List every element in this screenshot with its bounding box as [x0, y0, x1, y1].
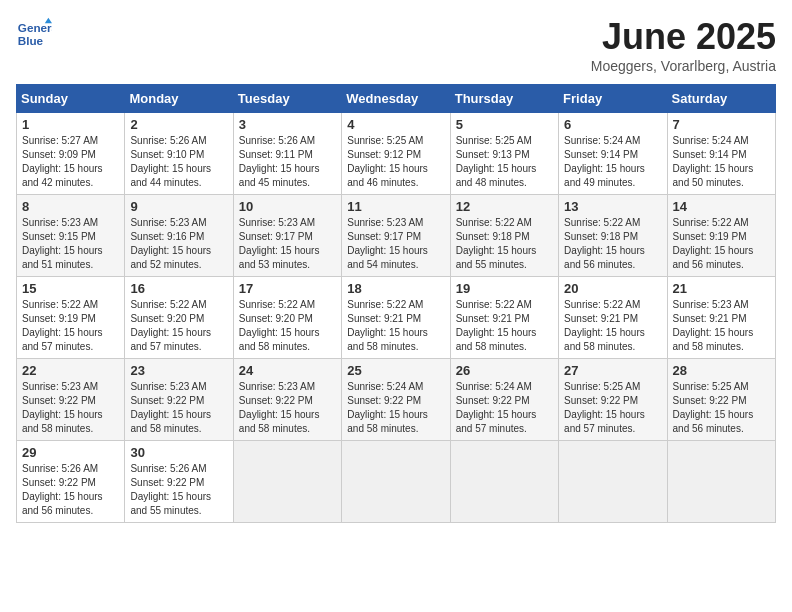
calendar-cell [559, 441, 667, 523]
day-number: 25 [347, 363, 444, 378]
day-number: 5 [456, 117, 553, 132]
weekday-header-wednesday: Wednesday [342, 85, 450, 113]
day-info: Sunrise: 5:24 AM Sunset: 9:14 PM Dayligh… [564, 134, 661, 190]
calendar-cell: 27Sunrise: 5:25 AM Sunset: 9:22 PM Dayli… [559, 359, 667, 441]
calendar-title: June 2025 [591, 16, 776, 58]
day-info: Sunrise: 5:26 AM Sunset: 9:10 PM Dayligh… [130, 134, 227, 190]
weekday-header-tuesday: Tuesday [233, 85, 341, 113]
day-number: 15 [22, 281, 119, 296]
day-info: Sunrise: 5:24 AM Sunset: 9:14 PM Dayligh… [673, 134, 770, 190]
calendar-cell: 5Sunrise: 5:25 AM Sunset: 9:13 PM Daylig… [450, 113, 558, 195]
day-number: 13 [564, 199, 661, 214]
day-number: 9 [130, 199, 227, 214]
day-info: Sunrise: 5:26 AM Sunset: 9:22 PM Dayligh… [22, 462, 119, 518]
day-number: 27 [564, 363, 661, 378]
weekday-header-friday: Friday [559, 85, 667, 113]
calendar-cell: 23Sunrise: 5:23 AM Sunset: 9:22 PM Dayli… [125, 359, 233, 441]
week-row-5: 29Sunrise: 5:26 AM Sunset: 9:22 PM Dayli… [17, 441, 776, 523]
day-info: Sunrise: 5:22 AM Sunset: 9:19 PM Dayligh… [673, 216, 770, 272]
weekday-header-thursday: Thursday [450, 85, 558, 113]
day-number: 14 [673, 199, 770, 214]
calendar-cell [667, 441, 775, 523]
day-number: 10 [239, 199, 336, 214]
day-number: 18 [347, 281, 444, 296]
calendar-cell [342, 441, 450, 523]
calendar-cell: 6Sunrise: 5:24 AM Sunset: 9:14 PM Daylig… [559, 113, 667, 195]
day-info: Sunrise: 5:23 AM Sunset: 9:21 PM Dayligh… [673, 298, 770, 354]
calendar-table: SundayMondayTuesdayWednesdayThursdayFrid… [16, 84, 776, 523]
calendar-cell: 7Sunrise: 5:24 AM Sunset: 9:14 PM Daylig… [667, 113, 775, 195]
calendar-cell: 20Sunrise: 5:22 AM Sunset: 9:21 PM Dayli… [559, 277, 667, 359]
day-number: 8 [22, 199, 119, 214]
calendar-cell: 16Sunrise: 5:22 AM Sunset: 9:20 PM Dayli… [125, 277, 233, 359]
calendar-subtitle: Moeggers, Vorarlberg, Austria [591, 58, 776, 74]
day-info: Sunrise: 5:23 AM Sunset: 9:16 PM Dayligh… [130, 216, 227, 272]
day-number: 30 [130, 445, 227, 460]
day-number: 23 [130, 363, 227, 378]
calendar-cell: 19Sunrise: 5:22 AM Sunset: 9:21 PM Dayli… [450, 277, 558, 359]
calendar-cell: 24Sunrise: 5:23 AM Sunset: 9:22 PM Dayli… [233, 359, 341, 441]
day-number: 17 [239, 281, 336, 296]
day-number: 11 [347, 199, 444, 214]
day-number: 7 [673, 117, 770, 132]
calendar-cell: 1Sunrise: 5:27 AM Sunset: 9:09 PM Daylig… [17, 113, 125, 195]
day-info: Sunrise: 5:27 AM Sunset: 9:09 PM Dayligh… [22, 134, 119, 190]
day-number: 24 [239, 363, 336, 378]
day-info: Sunrise: 5:24 AM Sunset: 9:22 PM Dayligh… [347, 380, 444, 436]
calendar-cell: 17Sunrise: 5:22 AM Sunset: 9:20 PM Dayli… [233, 277, 341, 359]
day-number: 16 [130, 281, 227, 296]
week-row-3: 15Sunrise: 5:22 AM Sunset: 9:19 PM Dayli… [17, 277, 776, 359]
calendar-cell: 2Sunrise: 5:26 AM Sunset: 9:10 PM Daylig… [125, 113, 233, 195]
logo: General Blue [16, 16, 52, 52]
day-info: Sunrise: 5:23 AM Sunset: 9:15 PM Dayligh… [22, 216, 119, 272]
title-area: June 2025 Moeggers, Vorarlberg, Austria [591, 16, 776, 74]
day-number: 6 [564, 117, 661, 132]
calendar-cell: 30Sunrise: 5:26 AM Sunset: 9:22 PM Dayli… [125, 441, 233, 523]
calendar-cell: 25Sunrise: 5:24 AM Sunset: 9:22 PM Dayli… [342, 359, 450, 441]
day-number: 4 [347, 117, 444, 132]
calendar-cell: 9Sunrise: 5:23 AM Sunset: 9:16 PM Daylig… [125, 195, 233, 277]
calendar-cell: 3Sunrise: 5:26 AM Sunset: 9:11 PM Daylig… [233, 113, 341, 195]
calendar-cell: 22Sunrise: 5:23 AM Sunset: 9:22 PM Dayli… [17, 359, 125, 441]
day-number: 1 [22, 117, 119, 132]
week-row-2: 8Sunrise: 5:23 AM Sunset: 9:15 PM Daylig… [17, 195, 776, 277]
day-number: 19 [456, 281, 553, 296]
calendar-cell: 21Sunrise: 5:23 AM Sunset: 9:21 PM Dayli… [667, 277, 775, 359]
calendar-cell: 10Sunrise: 5:23 AM Sunset: 9:17 PM Dayli… [233, 195, 341, 277]
day-number: 26 [456, 363, 553, 378]
calendar-cell [233, 441, 341, 523]
day-info: Sunrise: 5:24 AM Sunset: 9:22 PM Dayligh… [456, 380, 553, 436]
calendar-cell: 12Sunrise: 5:22 AM Sunset: 9:18 PM Dayli… [450, 195, 558, 277]
day-info: Sunrise: 5:22 AM Sunset: 9:21 PM Dayligh… [456, 298, 553, 354]
calendar-cell: 4Sunrise: 5:25 AM Sunset: 9:12 PM Daylig… [342, 113, 450, 195]
day-info: Sunrise: 5:22 AM Sunset: 9:18 PM Dayligh… [564, 216, 661, 272]
day-number: 21 [673, 281, 770, 296]
day-info: Sunrise: 5:26 AM Sunset: 9:22 PM Dayligh… [130, 462, 227, 518]
day-info: Sunrise: 5:25 AM Sunset: 9:22 PM Dayligh… [673, 380, 770, 436]
day-info: Sunrise: 5:25 AM Sunset: 9:13 PM Dayligh… [456, 134, 553, 190]
week-row-1: 1Sunrise: 5:27 AM Sunset: 9:09 PM Daylig… [17, 113, 776, 195]
day-info: Sunrise: 5:25 AM Sunset: 9:12 PM Dayligh… [347, 134, 444, 190]
day-number: 2 [130, 117, 227, 132]
day-info: Sunrise: 5:22 AM Sunset: 9:21 PM Dayligh… [347, 298, 444, 354]
day-number: 3 [239, 117, 336, 132]
weekday-header-row: SundayMondayTuesdayWednesdayThursdayFrid… [17, 85, 776, 113]
day-number: 22 [22, 363, 119, 378]
calendar-cell: 11Sunrise: 5:23 AM Sunset: 9:17 PM Dayli… [342, 195, 450, 277]
calendar-cell: 14Sunrise: 5:22 AM Sunset: 9:19 PM Dayli… [667, 195, 775, 277]
weekday-header-monday: Monday [125, 85, 233, 113]
day-info: Sunrise: 5:22 AM Sunset: 9:19 PM Dayligh… [22, 298, 119, 354]
logo-icon: General Blue [16, 16, 52, 52]
day-info: Sunrise: 5:23 AM Sunset: 9:17 PM Dayligh… [347, 216, 444, 272]
calendar-cell: 28Sunrise: 5:25 AM Sunset: 9:22 PM Dayli… [667, 359, 775, 441]
day-info: Sunrise: 5:22 AM Sunset: 9:20 PM Dayligh… [130, 298, 227, 354]
day-info: Sunrise: 5:23 AM Sunset: 9:22 PM Dayligh… [239, 380, 336, 436]
calendar-cell: 18Sunrise: 5:22 AM Sunset: 9:21 PM Dayli… [342, 277, 450, 359]
week-row-4: 22Sunrise: 5:23 AM Sunset: 9:22 PM Dayli… [17, 359, 776, 441]
weekday-header-sunday: Sunday [17, 85, 125, 113]
calendar-cell: 13Sunrise: 5:22 AM Sunset: 9:18 PM Dayli… [559, 195, 667, 277]
day-info: Sunrise: 5:25 AM Sunset: 9:22 PM Dayligh… [564, 380, 661, 436]
calendar-cell: 29Sunrise: 5:26 AM Sunset: 9:22 PM Dayli… [17, 441, 125, 523]
day-number: 20 [564, 281, 661, 296]
day-number: 29 [22, 445, 119, 460]
